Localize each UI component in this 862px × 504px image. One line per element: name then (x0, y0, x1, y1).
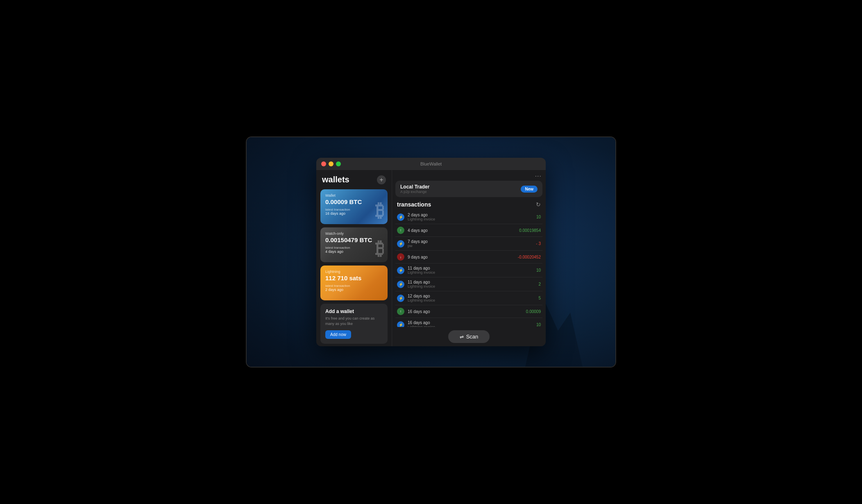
tx-description: Lightning invoice (408, 284, 538, 288)
tx-date: 9 days ago (408, 255, 518, 259)
tx-type-icon: ↓ (397, 253, 404, 261)
transaction-row[interactable]: ↓9 days ago-0.00020452 (395, 251, 542, 263)
tx-amount: -0.00020452 (518, 255, 541, 259)
transactions-section: transactions ↻ ⚡2 days agoLightning invo… (392, 200, 546, 327)
tx-date: 12 days ago (408, 294, 538, 298)
add-wallet-description: It's free and you can create as many as … (325, 316, 383, 326)
new-badge[interactable]: New (521, 186, 538, 193)
wallet-lightning-type: Lightning (325, 270, 383, 274)
local-trader-subtitle: A p2p exchange (400, 190, 429, 194)
tx-amount: 0.00009 (526, 309, 541, 314)
tx-info: 16 days agoLightning invoice (408, 320, 536, 327)
tx-date: 11 days ago (408, 280, 538, 284)
transactions-title: transactions (397, 201, 431, 208)
tx-type-icon: ↑ (397, 227, 404, 234)
tx-info: 11 days agoLightning invoice (408, 280, 538, 288)
tx-type-icon: ⚡ (397, 295, 404, 302)
maximize-button[interactable] (336, 161, 341, 166)
transactions-header: transactions ↻ (395, 200, 542, 210)
tx-info: 12 days agoLightning invoice (408, 294, 538, 302)
right-panel: ··· Local Trader A p2p exchange New tra (392, 170, 546, 346)
btc-logo-1: ₿ (375, 200, 384, 221)
transaction-row[interactable]: ⚡16 days agoLightning invoice10 (395, 318, 542, 327)
local-trader-bar[interactable]: Local Trader A p2p exchange New (395, 181, 542, 197)
tx-date: 2 days ago (408, 213, 536, 217)
tx-amount: 10 (536, 322, 541, 327)
tx-description: Lightning invoice (408, 217, 536, 221)
wallet-card-lightning[interactable]: Lightning 112 710 sats latest transactio… (320, 266, 388, 300)
laptop-wrapper: BlueWallet wallets + Wallet 0.00009 BTC … (216, 113, 646, 391)
tx-type-icon: ↑ (397, 308, 404, 315)
transaction-row[interactable]: ↑16 days ago0.00009 (395, 305, 542, 318)
tx-type-icon: ⚡ (397, 213, 404, 221)
wallet-btc-type: Wallet (325, 193, 383, 198)
tx-amount: 10 (536, 215, 541, 219)
tx-amount: 0.00019854 (519, 228, 541, 233)
add-wallet-title: Add a wallet (325, 309, 383, 314)
wallet-btc-latest-label: latest transaction (325, 208, 383, 211)
tx-info: 4 days ago (408, 228, 519, 233)
scan-icon: ⇌ (460, 334, 464, 340)
tx-type-icon: ⚡ (397, 240, 404, 247)
minimize-button[interactable] (329, 161, 333, 166)
app-content: wallets + Wallet 0.00009 BTC latest tran… (316, 170, 546, 346)
transaction-row[interactable]: ⚡11 days agoLightning invoice2 (395, 277, 542, 291)
panel-header: ··· (392, 170, 546, 181)
tx-description: Lightning invoice (408, 298, 538, 302)
wallet-lightning-date: 2 days ago (325, 288, 383, 292)
tx-info: 16 days ago (408, 309, 526, 314)
wallet-btc-balance: 0.00009 BTC (325, 198, 383, 205)
traffic-lights (321, 161, 341, 166)
close-button[interactable] (321, 161, 326, 166)
transaction-row[interactable]: ⚡2 days agoLightning invoice10 (395, 210, 542, 224)
transaction-list: ⚡2 days agoLightning invoice10↑4 days ag… (395, 210, 542, 327)
tx-info: 7 days agopw (408, 239, 536, 248)
window-title: BlueWallet (420, 161, 442, 166)
wallet-btc-date: 16 days ago (325, 211, 383, 216)
tx-date: 7 days ago (408, 239, 536, 244)
more-options-button[interactable]: ··· (535, 173, 542, 180)
tx-info: 2 days agoLightning invoice (408, 213, 536, 221)
tx-date: 16 days ago (408, 309, 526, 314)
local-trader-title: Local Trader (400, 184, 429, 190)
transaction-row[interactable]: ⚡7 days agopw- 3 (395, 237, 542, 251)
scan-button[interactable]: ⇌ Scan (448, 330, 490, 343)
laptop-screen: BlueWallet wallets + Wallet 0.00009 BTC … (247, 137, 615, 367)
title-bar: BlueWallet (316, 158, 546, 170)
refresh-icon[interactable]: ↻ (536, 201, 541, 208)
tx-type-icon: ⚡ (397, 267, 404, 274)
wallet-lightning-latest-label: latest transaction (325, 284, 383, 288)
wallet-watchonly-latest-label: latest transaction (325, 246, 383, 250)
scan-bar: ⇌ Scan (392, 327, 546, 346)
add-now-button[interactable]: Add now (325, 330, 351, 339)
tx-date: 11 days ago (408, 266, 536, 270)
wallet-card-watchonly[interactable]: Watch-only 0.00150479 BTC latest transac… (320, 227, 388, 262)
tx-date: 4 days ago (408, 228, 519, 233)
wallet-watchonly-type: Watch-only (325, 232, 383, 236)
sidebar: wallets + Wallet 0.00009 BTC latest tran… (316, 170, 392, 346)
wallet-card-btc[interactable]: Wallet 0.00009 BTC latest transaction 16… (320, 189, 388, 224)
tx-amount: - 3 (536, 241, 541, 246)
scan-label: Scan (466, 334, 479, 340)
transaction-row[interactable]: ↑4 days ago0.00019854 (395, 224, 542, 237)
wallet-watchonly-balance: 0.00150479 BTC (325, 236, 383, 243)
sidebar-header: wallets + (320, 175, 388, 184)
tx-info: 11 days agoLightning invoice (408, 266, 536, 275)
btc-logo-2: ₿ (375, 238, 384, 259)
wallets-title: wallets (322, 175, 349, 184)
tx-date: 16 days ago (408, 320, 536, 325)
tx-info: 9 days ago (408, 255, 518, 259)
tx-type-icon: ⚡ (397, 321, 404, 327)
add-wallet-icon-button[interactable]: + (377, 175, 386, 184)
tx-type-icon: ⚡ (397, 281, 404, 288)
tx-amount: 5 (538, 296, 541, 300)
tx-amount: 10 (536, 268, 541, 272)
tx-description: Lightning invoice (408, 270, 536, 275)
wallet-lightning-balance: 112 710 sats (325, 275, 383, 282)
local-trader-info: Local Trader A p2p exchange (400, 184, 429, 194)
transaction-row[interactable]: ⚡11 days agoLightning invoice10 (395, 263, 542, 277)
add-wallet-card: Add a wallet It's free and you can creat… (320, 304, 388, 344)
transaction-row[interactable]: ⚡12 days agoLightning invoice5 (395, 291, 542, 305)
wallet-watchonly-date: 4 days ago (325, 250, 383, 254)
app-window: BlueWallet wallets + Wallet 0.00009 BTC … (316, 158, 546, 346)
